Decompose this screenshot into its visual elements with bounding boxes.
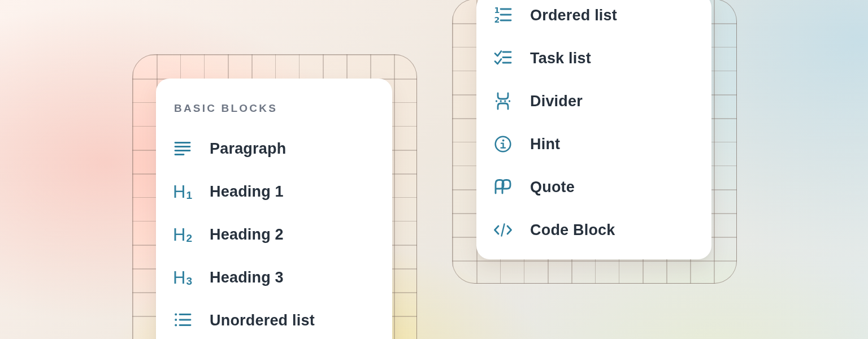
quote-icon	[493, 177, 513, 197]
menu-item-label: Paragraph	[210, 140, 286, 158]
menu-item-label: Heading 1	[210, 183, 284, 201]
menu-item-heading-3[interactable]: H3Heading 3	[156, 256, 392, 299]
menu-item-divider[interactable]: Divider	[476, 80, 711, 123]
heading-1-icon: H1	[173, 182, 192, 201]
heading-2-icon: H2	[173, 225, 192, 244]
code-block-icon	[493, 220, 513, 240]
menu-item-label: Quote	[530, 179, 575, 196]
menu-item-code-block[interactable]: Code Block	[476, 208, 711, 251]
menu-item-label: Ordered list	[530, 7, 617, 24]
menu-item-label: Unordered list	[210, 312, 315, 329]
menu-item-ordered-list[interactable]: 12Ordered list	[476, 0, 711, 37]
menu-item-label: Heading 2	[210, 226, 284, 244]
menu-item-label: Code Block	[530, 221, 615, 239]
menu-item-heading-2[interactable]: H2Heading 2	[156, 213, 392, 256]
menu-item-heading-1[interactable]: H1Heading 1	[156, 170, 392, 213]
paragraph-icon	[173, 139, 192, 158]
heading-3-icon: H3	[173, 268, 192, 287]
menu-item-label: Divider	[530, 93, 583, 110]
menu-items-right: 12Ordered listTask listDividerHintQuoteC…	[476, 0, 711, 251]
menu-item-hint[interactable]: Hint	[476, 123, 711, 166]
unordered-list-icon	[173, 311, 192, 330]
menu-section-header: BASIC BLOCKS	[174, 101, 374, 116]
basic-blocks-menu: BASIC BLOCKS ParagraphH1Heading 1H2Headi…	[156, 79, 392, 339]
menu-items-left: ParagraphH1Heading 1H2Heading 2H3Heading…	[156, 127, 392, 339]
menu-item-quote[interactable]: Quote	[476, 166, 711, 208]
menu-item-task-list[interactable]: Task list	[476, 37, 711, 80]
menu-item-paragraph[interactable]: Paragraph	[156, 127, 392, 170]
svg-text:2: 2	[494, 15, 500, 24]
menu-item-label: Task list	[530, 50, 591, 67]
hint-icon	[493, 134, 513, 154]
menu-item-unordered-list[interactable]: Unordered list	[156, 299, 392, 339]
ordered-list-icon: 12	[493, 6, 513, 25]
menu-item-label: Hint	[530, 136, 560, 153]
task-list-icon	[493, 49, 513, 68]
advanced-blocks-menu: 12Ordered listTask listDividerHintQuoteC…	[476, 0, 711, 259]
svg-text:1: 1	[494, 6, 500, 15]
hero-illustration: BASIC BLOCKS ParagraphH1Heading 1H2Headi…	[0, 0, 868, 339]
menu-item-label: Heading 3	[210, 269, 284, 286]
divider-icon	[493, 92, 513, 111]
